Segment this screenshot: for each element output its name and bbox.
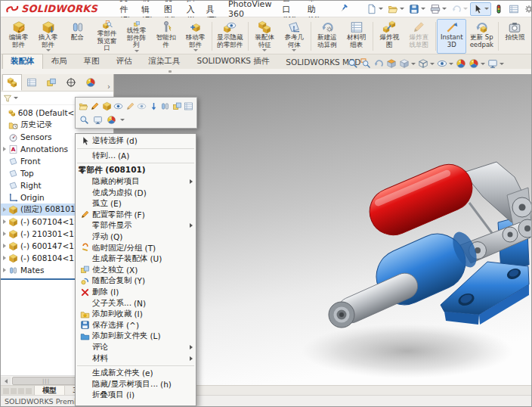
menu-item-make-independent[interactable]: 使之独立(X) — [76, 265, 196, 276]
part-icon — [8, 217, 18, 227]
hide-component-icon[interactable] — [137, 100, 148, 113]
open-button[interactable] — [385, 2, 407, 16]
apply-scene-icon[interactable] — [468, 57, 486, 70]
menu-item-invert-selection[interactable]: 逆转选择(d) — [76, 135, 196, 147]
tab-solidworks-addins[interactable]: SOLIDWORKS 插件 — [189, 54, 278, 69]
featuremanager-tab[interactable] — [2, 74, 22, 91]
assembly-icon — [8, 108, 16, 118]
select-cursor-button[interactable] — [470, 2, 491, 16]
section-view-icon[interactable] — [385, 57, 397, 70]
zoom-fit-icon[interactable] — [347, 57, 359, 70]
ribbon-instant3d-button[interactable]: Instant3D — [437, 19, 466, 54]
menu-item-hidden-tree-items[interactable]: 隐藏的树项目 — [76, 176, 196, 188]
menu-item-comment[interactable]: 评论 — [76, 342, 196, 353]
filter-funnel-icon[interactable] — [3, 93, 12, 103]
ribbon-linear-pattern-button[interactable]: 线性零部件阵列 — [122, 19, 151, 54]
dropdown-caret-icon[interactable] — [292, 49, 296, 51]
ribbon-show-hidden-components-button[interactable]: 显示隐藏的零部件 — [214, 19, 247, 54]
menu-item-parent-child[interactable]: 父子关系...(N) — [76, 297, 196, 309]
ribbon-component-preview-button[interactable]: 零部件预览窗口 — [92, 19, 122, 54]
menu-item-material[interactable]: 材料 — [76, 353, 196, 364]
suppress-icon[interactable] — [125, 100, 136, 113]
tab-evaluate[interactable]: 评估 — [108, 54, 141, 69]
ribbon-take-snapshot-button[interactable]: 拍快照 — [500, 19, 530, 54]
edit-appearance-icon[interactable] — [455, 57, 467, 70]
zoom-area-icon[interactable] — [360, 57, 372, 70]
ribbon-reference-geometry-button[interactable]: 参考几何体 — [280, 19, 309, 54]
new-document-button[interactable] — [364, 2, 385, 16]
scrollbar-thumb[interactable]: ||| — [12, 377, 80, 385]
dropdown-caret-icon[interactable] — [262, 49, 267, 51]
propertymanager-tab[interactable] — [22, 74, 42, 91]
copy-icon[interactable] — [172, 100, 183, 113]
print-button[interactable] — [428, 2, 449, 16]
scroll-left-icon[interactable] — [1, 377, 11, 386]
menu-item-create-new-folder[interactable]: 生成新文件夹(e) — [76, 368, 196, 379]
make-virtual-icon[interactable] — [101, 100, 113, 113]
component-preview-icon[interactable] — [113, 100, 125, 113]
ribbon-new-motion-study-button[interactable]: 新建运动算例 — [312, 19, 342, 54]
view-settings-icon[interactable] — [487, 57, 505, 70]
menu-item-add-to-new-folder[interactable]: 添加到新文件夹(L) — [76, 331, 196, 342]
displaymanager-tab[interactable] — [81, 74, 101, 91]
save-button[interactable] — [407, 2, 428, 16]
menu-item-component-display[interactable]: 零部件显示 — [76, 220, 196, 231]
new-motion-study-icon — [320, 20, 334, 34]
menu-item-make-virtual[interactable]: 使成为虚拟(D) — [76, 187, 196, 198]
menu-item-save-selection[interactable]: 保存选择(^) — [76, 320, 196, 331]
ribbon-assembly-features-button[interactable]: 装配体特征 — [250, 19, 280, 54]
ribbon-smart-fasteners-button[interactable]: 智能扣件 — [151, 19, 181, 54]
ribbon-move-component-button[interactable]: 移动零部件 — [181, 19, 210, 54]
rebuild-stoplight-button[interactable] — [491, 2, 506, 16]
menu-item-delete[interactable]: 删除(I) — [76, 287, 196, 298]
properties-window-icon[interactable] — [91, 113, 104, 126]
open-part-icon[interactable] — [78, 100, 89, 113]
task-pane-list-button[interactable] — [506, 2, 521, 16]
previous-view-icon[interactable] — [373, 57, 385, 70]
dropdown-caret-icon[interactable] — [46, 49, 51, 51]
dropdown-caret-icon[interactable] — [135, 50, 139, 52]
ribbon-insert-components-button[interactable]: 插入零部件 — [33, 19, 63, 54]
appearance-icon[interactable] — [105, 113, 118, 126]
display-style-icon[interactable] — [417, 57, 435, 70]
ribbon-explode-line-sketch-button[interactable]: 爆炸直线草图 — [404, 19, 434, 54]
menu-item-configure-component[interactable]: 配置零部件(F) — [76, 210, 196, 221]
menu-item-temporary-fix[interactable]: 临时固定/分组(T) — [76, 242, 196, 253]
menu-item-collapse-items[interactable]: 折叠项目(i) — [76, 390, 196, 401]
ribbon-mate-button[interactable]: 配合 — [63, 19, 92, 54]
tab-assembly[interactable]: 装配体 — [2, 54, 43, 69]
menu-item-float[interactable]: 浮动(Q) — [76, 231, 196, 243]
menu-item-copy-with-mates[interactable]: 随配合复制(Y) — [76, 275, 196, 287]
dimxpertmanager-tab[interactable] — [61, 74, 81, 91]
menu-item-add-to-favorites[interactable]: 添加到收藏(I) — [76, 309, 196, 320]
bill-of-materials-icon — [350, 20, 363, 34]
zoom-to-selection-icon[interactable] — [78, 113, 91, 126]
toolbar-caret-icon[interactable] — [120, 119, 125, 121]
menu-item-isolate[interactable]: 孤立(E) — [76, 198, 196, 210]
undo-button[interactable] — [449, 2, 470, 16]
ribbon-bill-of-materials-button[interactable]: 材料明细表 — [342, 19, 371, 54]
tab-layout[interactable]: 布局 — [43, 54, 76, 69]
ribbon-collapse-handle[interactable] — [169, 70, 172, 73]
pin-icon[interactable] — [336, 2, 351, 15]
filter-caret-icon[interactable] — [14, 97, 18, 99]
menu-item-hide-show-tree-items[interactable]: 隐藏/显示树项目...(h) — [76, 378, 196, 390]
ribbon-edit-component-button[interactable]: 编辑零部件 — [4, 19, 33, 54]
tab-render-tools[interactable]: 渲染工具 — [141, 54, 189, 69]
panel-expand-arrow-icon[interactable]: › — [107, 82, 110, 91]
menu-item-go-to[interactable]: 转到...(A) — [76, 151, 196, 162]
hide-show-items-icon[interactable] — [436, 57, 454, 70]
ribbon-update-speedpak-button[interactable]: 更新 Speedpak — [466, 19, 496, 54]
tab-sketch[interactable]: 草图 — [76, 54, 108, 69]
insert-below-icon[interactable] — [148, 100, 159, 113]
mate-icon[interactable] — [160, 100, 172, 113]
ribbon-exploded-view-button[interactable]: 爆炸视图 — [375, 19, 404, 54]
configurationmanager-tab[interactable] — [42, 74, 61, 91]
options-gear-button[interactable] — [521, 2, 532, 16]
component-properties-icon[interactable] — [184, 100, 195, 113]
view-orientation-icon[interactable] — [398, 57, 416, 70]
menu-item-form-new-subassembly[interactable]: 生成新子装配体(U) — [76, 253, 196, 265]
dropdown-caret-icon[interactable] — [193, 49, 198, 51]
mates-icon — [8, 266, 18, 275]
edit-part-icon[interactable] — [90, 100, 101, 113]
